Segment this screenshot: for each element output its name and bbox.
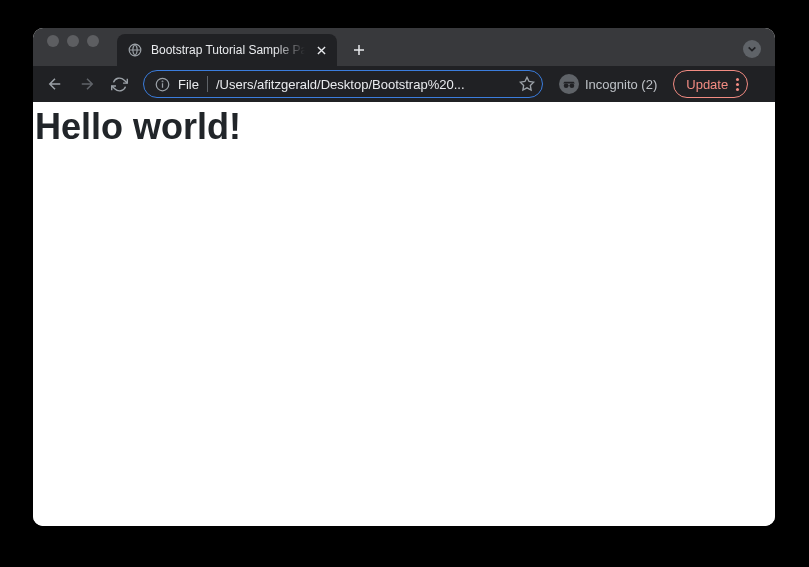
- chevron-down-icon[interactable]: [743, 40, 761, 58]
- update-button[interactable]: Update: [673, 70, 748, 98]
- url-path: /Users/afitzgerald/Desktop/Bootstrap%20.…: [216, 77, 510, 92]
- titlebar: Bootstrap Tutorial Sample Page: [33, 28, 775, 66]
- window-controls: [43, 28, 99, 66]
- titlebar-right: [743, 40, 775, 66]
- bookmark-star-icon[interactable]: [518, 75, 536, 93]
- back-button[interactable]: [41, 70, 69, 98]
- close-window-button[interactable]: [47, 35, 59, 47]
- reload-button[interactable]: [105, 70, 133, 98]
- new-tab-button[interactable]: [345, 36, 373, 64]
- toolbar: File /Users/afitzgerald/Desktop/Bootstra…: [33, 66, 775, 102]
- tab-title: Bootstrap Tutorial Sample Page: [151, 43, 305, 57]
- browser-window: Bootstrap Tutorial Sample Page: [33, 28, 775, 526]
- incognito-badge[interactable]: Incognito (2): [553, 70, 663, 98]
- url-scheme: File: [178, 77, 199, 92]
- page-heading: Hello world!: [35, 106, 773, 148]
- update-label: Update: [686, 77, 728, 92]
- forward-button[interactable]: [73, 70, 101, 98]
- tab-strip: Bootstrap Tutorial Sample Page: [117, 28, 743, 66]
- svg-point-5: [564, 83, 569, 88]
- menu-dots-icon: [736, 78, 739, 91]
- globe-icon: [127, 42, 143, 58]
- incognito-label: Incognito (2): [585, 77, 657, 92]
- minimize-window-button[interactable]: [67, 35, 79, 47]
- incognito-icon: [559, 74, 579, 94]
- browser-tab[interactable]: Bootstrap Tutorial Sample Page: [117, 34, 337, 66]
- maximize-window-button[interactable]: [87, 35, 99, 47]
- info-icon[interactable]: [154, 76, 170, 92]
- svg-marker-4: [520, 77, 533, 90]
- page-content: Hello world!: [33, 102, 775, 526]
- url-divider: [207, 76, 208, 92]
- address-bar[interactable]: File /Users/afitzgerald/Desktop/Bootstra…: [143, 70, 543, 98]
- close-tab-icon[interactable]: [313, 42, 329, 58]
- svg-point-3: [162, 81, 163, 82]
- svg-point-6: [570, 83, 575, 88]
